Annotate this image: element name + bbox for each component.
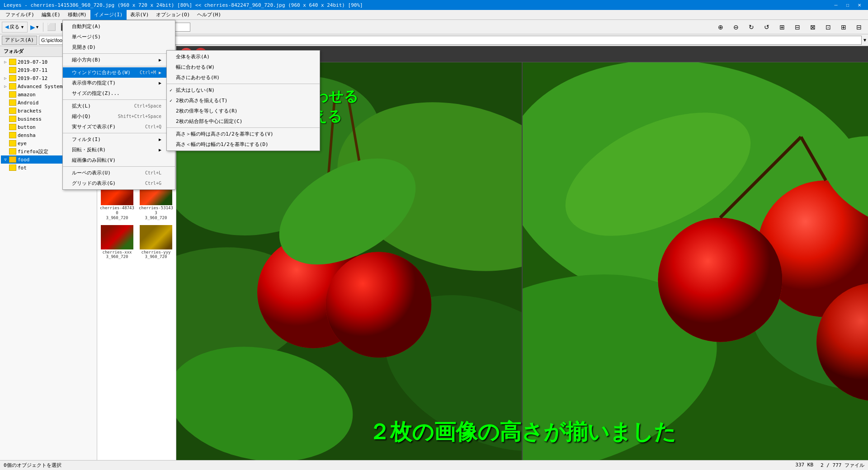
- folder-icon5: [9, 91, 16, 98]
- sep-m2: [63, 66, 175, 66]
- check-match-height: ✓: [170, 98, 172, 103]
- window-controls: ─ □ ✕: [831, 1, 864, 9]
- menu-bar: ファイル(F) 編集(E) 移動(M) イメージ(I) 表示(V) オプション(…: [0, 10, 868, 20]
- status-right: 337 KB 2 / 777 ファイル: [795, 462, 864, 469]
- thumbnail-item-10[interactable]: cherries-yyy3_960_720: [137, 223, 175, 262]
- folder-icon8: [9, 116, 16, 122]
- status-bar: 0個のオブジェクトを選択 337 KB 2 / 777 ファイル: [0, 460, 868, 470]
- menu-options[interactable]: オプション(O): [152, 10, 193, 20]
- shortcut-actual: Ctrl+Q: [145, 124, 161, 129]
- menu-edit[interactable]: 編集(E): [38, 10, 64, 20]
- svg-point-10: [326, 252, 431, 357]
- menu-single-page[interactable]: 単ページ(S): [63, 32, 175, 42]
- tb-right1[interactable]: ⊕: [713, 21, 728, 33]
- thumb-label-8: cherries-5314333_960_720: [139, 206, 173, 220]
- folder-icon: [9, 59, 16, 65]
- tb-right3[interactable]: ↻: [744, 21, 759, 33]
- expand-icon12: [2, 148, 9, 155]
- window-title: Leeyes - cherries-1415306_960_720.jpg (9…: [4, 2, 363, 8]
- menu-fit-window[interactable]: ウィンドウに合わせる(W) Ctrl+M ▶: [63, 67, 175, 78]
- tb-right8[interactable]: ⊡: [821, 21, 835, 33]
- menu-spread[interactable]: 見開き(D): [63, 42, 175, 52]
- menu-actual-size[interactable]: 実サイズで表示(F) Ctrl+Q: [63, 122, 175, 132]
- menu-view[interactable]: 表示(V): [127, 10, 153, 20]
- fit-window-submenu: 全体を表示(A) 幅に合わせる(W) 高さにあわせる(H) ✓ 拡大はしない(N…: [166, 50, 320, 151]
- sub-show-all[interactable]: 全体を表示(A): [167, 52, 320, 62]
- folder-icon13: [9, 156, 16, 163]
- svg-point-20: [658, 218, 783, 342]
- address-dropdown-icon[interactable]: ▼: [863, 38, 866, 42]
- sub-match-height[interactable]: ✓ 2枚の高さを揃える(T): [167, 95, 320, 106]
- shortcut-zoom-in: Ctrl+Space: [134, 103, 161, 108]
- folder-icon3: [9, 75, 16, 81]
- sep-m5: [63, 166, 175, 167]
- menu-loupe[interactable]: ルーペの表示(U) Ctrl+L: [63, 168, 175, 178]
- image-menu-popup: 自動判定(A) 単ページ(S) 見開き(D) 縮小方向(B) ▶ ウィンドウに合…: [62, 20, 175, 190]
- expand-icon4: ▷: [2, 83, 9, 90]
- sub-no-enlarge[interactable]: ✓ 拡大はしない(N): [167, 85, 320, 95]
- folder-icon2: [9, 67, 16, 73]
- sub-arrow3: ▶: [159, 137, 161, 142]
- sep-m3: [63, 99, 175, 100]
- sep-s1: [167, 84, 320, 84]
- tb-right6[interactable]: ⊟: [790, 21, 805, 33]
- menu-zoom-out[interactable]: 縮小(Q) Shift+Ctrl+Space: [63, 111, 175, 122]
- tb-right9[interactable]: ⊞: [836, 21, 851, 33]
- menu-file[interactable]: ファイル(F): [2, 10, 38, 20]
- expand-icon3: ▷: [2, 75, 9, 82]
- sep-m4: [63, 133, 175, 133]
- sub-match-zoom[interactable]: 2枚の倍率を等しくする(R): [167, 106, 320, 116]
- tb-btn1[interactable]: ⬜: [45, 21, 58, 33]
- folder-icon10: [9, 132, 16, 138]
- menu-rotate[interactable]: 回転・反転(R) ▶: [63, 145, 175, 155]
- menu-help[interactable]: ヘルプ(H): [193, 10, 225, 20]
- sub-height-gt-width[interactable]: 高さ＞幅の時は高さの1/2を基準にする(V): [167, 129, 320, 139]
- thumbnail-item-9[interactable]: cherries-xxx3_960_720: [98, 223, 136, 262]
- title-bar: Leeyes - cherries-1415306_960_720.jpg (9…: [0, 0, 868, 10]
- sub-fit-width[interactable]: 幅に合わせる(W): [167, 62, 320, 72]
- sep-s2: [167, 127, 320, 128]
- expand-icon10: [2, 132, 9, 139]
- expand-icon13: ▽: [2, 156, 9, 163]
- close-button[interactable]: ✕: [854, 1, 864, 9]
- sub-fit-height[interactable]: 高さにあわせる(H): [167, 72, 320, 83]
- tb-right4[interactable]: ↺: [760, 21, 774, 33]
- image-panel-right: [523, 62, 868, 460]
- menu-grid[interactable]: グリッドの表示(G) Ctrl+G: [63, 178, 175, 188]
- menu-auto-detect[interactable]: 自動判定(A): [63, 21, 175, 32]
- menu-zoom-in[interactable]: 拡大(L) Ctrl+Space: [63, 101, 175, 111]
- sep1: [43, 23, 43, 32]
- menu-filter[interactable]: フィルタ(I) ▶: [63, 134, 175, 145]
- back-button[interactable]: ◀ 戻る ▼: [2, 22, 28, 33]
- menu-size-specify[interactable]: サイズの指定(Z)...: [63, 88, 175, 99]
- forward-button[interactable]: ▶ ▼: [28, 21, 41, 33]
- sub-center-join[interactable]: 2枚の結合部を中心に固定(C): [167, 116, 320, 127]
- maximize-button[interactable]: □: [843, 1, 853, 9]
- menu-zoom-rate[interactable]: 表示倍率の指定(T) ▶: [63, 78, 175, 88]
- expand-icon6: [2, 99, 9, 106]
- folder-icon7: [9, 108, 16, 114]
- tb-right10[interactable]: ⊟: [852, 21, 866, 33]
- sub-arrow1: ▶: [159, 57, 161, 62]
- minimize-button[interactable]: ─: [831, 1, 841, 9]
- menu-image[interactable]: イメージ(I): [90, 10, 127, 20]
- address-label: アドレス(A): [2, 36, 37, 45]
- tb-right2[interactable]: ⊖: [729, 21, 743, 33]
- expand-icon: ▷: [2, 58, 9, 66]
- expand-icon11: [2, 140, 9, 147]
- sub-arrow2: ▶: [159, 80, 161, 85]
- expand-icon9: [2, 123, 9, 131]
- sub-height-lt-width[interactable]: 高さ＜幅の時は幅の1/2を基準にする(D): [167, 139, 320, 150]
- menu-move[interactable]: 移動(M): [64, 10, 90, 20]
- menu-shrink-dir[interactable]: 縮小方向(B) ▶: [63, 55, 175, 65]
- folder-icon12: [9, 148, 16, 155]
- shortcut-zoom-out: Shift+Ctrl+Space: [118, 114, 161, 119]
- folder-icon9: [9, 124, 16, 130]
- shortcut-loupe: Ctrl+L: [145, 170, 161, 175]
- tb-right7[interactable]: ⊠: [806, 21, 820, 33]
- shortcut-grid: Ctrl+G: [145, 181, 161, 186]
- forward-icon: ▶: [30, 24, 35, 31]
- tb-right5[interactable]: ⊞: [775, 21, 789, 33]
- menu-rotate-vert[interactable]: 縦画像のみ回転(V): [63, 155, 175, 165]
- folder-icon14: [9, 164, 16, 171]
